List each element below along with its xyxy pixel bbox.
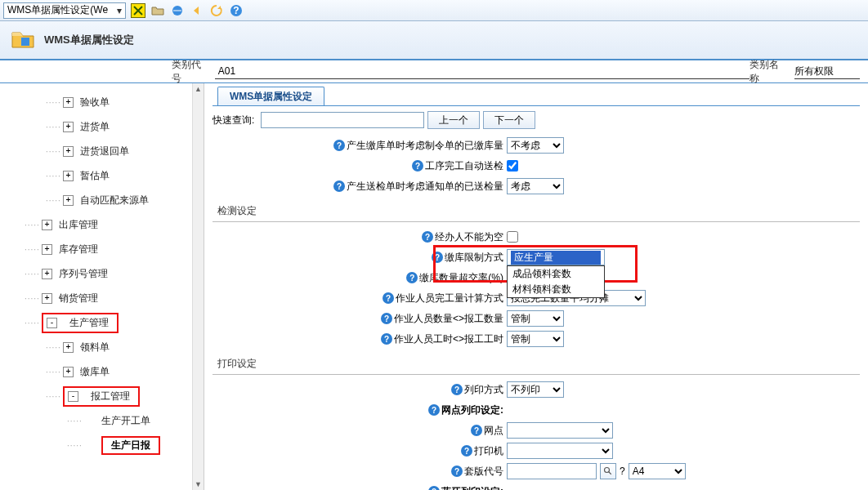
category-code-input[interactable] bbox=[215, 65, 750, 79]
tree-item-label: 缴库单 bbox=[80, 365, 110, 379]
tree-item[interactable]: ·····生产日报 bbox=[0, 433, 204, 457]
opt2-checkbox[interactable] bbox=[507, 160, 518, 172]
handler-required-label: 经办人不能为空 bbox=[435, 230, 503, 244]
content-pane: WMS单据属性设定 快速查询: 上一个 下一个 ?产生缴库单时考虑制令单的已缴库… bbox=[204, 83, 868, 490]
qty-ctrl-select[interactable]: 管制 bbox=[507, 310, 564, 327]
refresh-icon[interactable] bbox=[209, 3, 224, 18]
help-icon[interactable]: ? bbox=[381, 313, 392, 324]
dropdown-option[interactable]: 材料领料套数 bbox=[508, 282, 604, 297]
tree-item[interactable]: ·····+出库管理 bbox=[0, 212, 204, 237]
tree-item-label: 进货单 bbox=[80, 120, 110, 134]
help-icon[interactable]: ? bbox=[422, 231, 433, 243]
limit-mode-dropdown-list[interactable]: 成品领料套数 材料领料套数 bbox=[507, 265, 605, 298]
category-name-label: 类别名称 bbox=[749, 58, 781, 86]
expand-icon[interactable]: + bbox=[63, 195, 74, 206]
help-icon[interactable]: ? bbox=[432, 252, 443, 263]
tree-item[interactable]: ·····+缴库单 bbox=[0, 359, 204, 384]
net-point-select[interactable] bbox=[507, 422, 613, 439]
tree-item[interactable]: ·····+领料单 bbox=[0, 335, 204, 359]
ie-icon[interactable] bbox=[170, 3, 185, 18]
tree-item[interactable]: ·····+进货单 bbox=[0, 114, 204, 139]
excel-icon[interactable] bbox=[131, 3, 145, 18]
opt1-select[interactable]: 不考虑 bbox=[507, 137, 564, 154]
tree-item[interactable]: ·····生产开工单 bbox=[0, 408, 204, 433]
lookup-button[interactable] bbox=[600, 463, 616, 479]
help-icon[interactable]: ? bbox=[451, 466, 463, 477]
quick-search-label: 快速查询: bbox=[213, 114, 254, 127]
printer-select[interactable] bbox=[507, 443, 613, 459]
bt-print-label: 蓝牙列印设定: bbox=[441, 485, 503, 491]
dropdown-option[interactable]: 成品领料套数 bbox=[508, 266, 604, 282]
tree-item-label: 出库管理 bbox=[59, 218, 98, 232]
help-icon[interactable]: ? bbox=[333, 180, 345, 192]
template-code-label: 套版代号 bbox=[464, 465, 503, 479]
tree-item[interactable]: ·····- 报工管理 bbox=[0, 384, 204, 408]
help-icon[interactable]: ? bbox=[381, 333, 392, 345]
hour-ctrl-select[interactable]: 管制 bbox=[507, 331, 564, 347]
collapse-icon[interactable]: - bbox=[47, 318, 57, 328]
net-point-label: 网点 bbox=[484, 424, 503, 438]
tree-item[interactable]: ·····+销货管理 bbox=[0, 286, 204, 310]
svg-text:?: ? bbox=[233, 5, 239, 16]
opt3-select[interactable]: 考虑 bbox=[507, 178, 564, 194]
expand-icon[interactable]: + bbox=[42, 293, 52, 304]
tree-item-label: 序列号管理 bbox=[59, 267, 108, 281]
calc-mode-label: 作业人员完工量计算方式 bbox=[396, 292, 503, 305]
quick-search-input[interactable] bbox=[261, 112, 424, 128]
tree-item-label: 销货管理 bbox=[59, 292, 98, 305]
tree-item[interactable]: ·····+库存管理 bbox=[0, 237, 204, 261]
help-icon[interactable]: ? bbox=[406, 272, 418, 283]
module-dropdown-label: WMS单据属性设定(We bbox=[7, 3, 108, 17]
help-icon[interactable]: ? bbox=[620, 466, 625, 477]
tab-strip: WMS单据属性设定 bbox=[213, 87, 860, 106]
hour-ctrl-label: 作业人员工时<>报工工时 bbox=[394, 332, 503, 346]
expand-icon[interactable]: + bbox=[63, 342, 74, 353]
prev-button[interactable]: 上一个 bbox=[427, 111, 480, 129]
template-code-input[interactable] bbox=[507, 463, 597, 479]
tree-item[interactable]: ·····+序列号管理 bbox=[0, 261, 204, 286]
help-icon[interactable]: ? bbox=[412, 160, 423, 172]
tree-item-label: 报工管理 bbox=[91, 390, 130, 403]
print-mode-select[interactable]: 不列印 bbox=[507, 381, 564, 398]
qty-ctrl-label: 作业人员数量<>报工数量 bbox=[394, 312, 503, 326]
page-title: WMS单据属性设定 bbox=[44, 33, 134, 47]
help-icon[interactable]: ? bbox=[428, 404, 440, 416]
next-button[interactable]: 下一个 bbox=[483, 111, 535, 129]
expand-icon[interactable]: + bbox=[63, 97, 74, 108]
help-icon[interactable]: ? bbox=[229, 3, 244, 18]
scrollbar[interactable] bbox=[192, 83, 204, 490]
help-icon[interactable]: ? bbox=[461, 445, 472, 457]
filter-row: 类别代号 类别名称 所有权限 bbox=[0, 60, 868, 83]
tree-item[interactable]: ·····- 生产管理 bbox=[0, 310, 204, 335]
collapse-icon[interactable]: - bbox=[68, 391, 78, 402]
limit-mode-dropdown[interactable]: 应生产量 成品领料套数 材料领料套数 bbox=[507, 249, 605, 265]
tree-item-label: 生产日报 bbox=[101, 436, 160, 455]
main-area: ·····+验收单·····+进货单·····+进货退回单·····+暂估单··… bbox=[0, 83, 868, 490]
expand-icon[interactable]: + bbox=[42, 220, 52, 230]
expand-icon[interactable]: + bbox=[63, 367, 74, 377]
opt1-label: 产生缴库单时考虑制令单的已缴库量 bbox=[347, 139, 503, 153]
back-icon[interactable] bbox=[190, 3, 204, 18]
folder-icon[interactable] bbox=[150, 3, 165, 18]
expand-icon[interactable]: + bbox=[63, 146, 74, 157]
tree-item[interactable]: ·····+进货退回单 bbox=[0, 139, 204, 163]
tree-item[interactable]: ·····+暂估单 bbox=[0, 163, 204, 188]
expand-icon[interactable]: + bbox=[63, 122, 74, 132]
detect-section-title: 检测设定 bbox=[217, 204, 860, 218]
help-icon[interactable]: ? bbox=[383, 292, 394, 304]
handler-required-checkbox[interactable] bbox=[507, 231, 518, 243]
category-code-label: 类别代号 bbox=[172, 58, 208, 86]
expand-icon[interactable]: + bbox=[63, 171, 74, 181]
tab-wms-settings[interactable]: WMS单据属性设定 bbox=[217, 87, 324, 105]
category-name-value: 所有权限 bbox=[794, 65, 860, 79]
tree-item[interactable]: ·····+验收单 bbox=[0, 90, 204, 114]
module-dropdown[interactable]: WMS单据属性设定(We ▾ bbox=[3, 2, 126, 19]
expand-icon[interactable]: + bbox=[42, 244, 52, 255]
expand-icon[interactable]: + bbox=[42, 269, 52, 279]
paper-size-select[interactable]: A4 bbox=[629, 463, 686, 479]
tree-item[interactable]: ·····+自动匹配来源单 bbox=[0, 188, 204, 212]
help-icon[interactable]: ? bbox=[451, 384, 463, 395]
help-icon[interactable]: ? bbox=[428, 486, 440, 490]
help-icon[interactable]: ? bbox=[471, 425, 482, 436]
help-icon[interactable]: ? bbox=[333, 140, 345, 151]
